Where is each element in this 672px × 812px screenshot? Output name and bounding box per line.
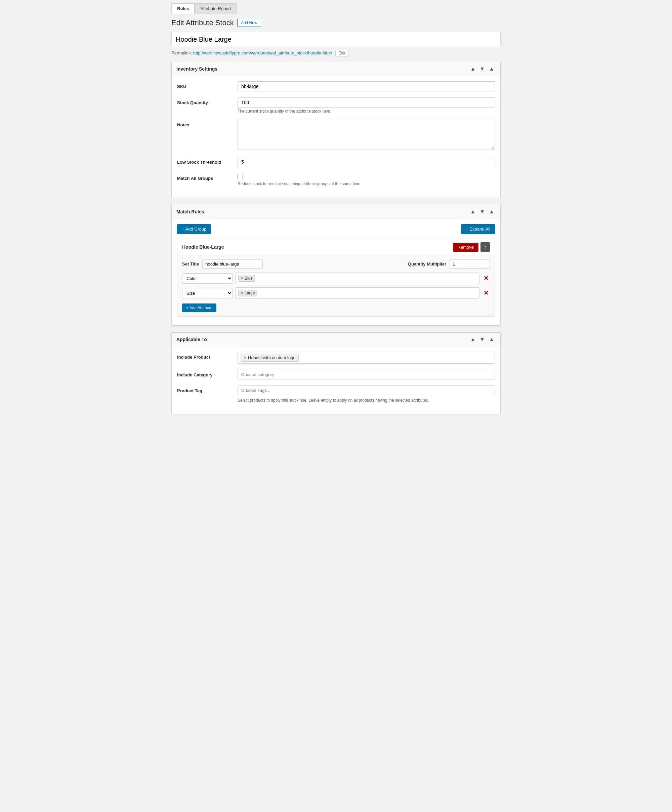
tabs-bar: Rules Attribute Report	[171, 3, 501, 14]
group-header-actions: Remove ↑	[453, 242, 490, 252]
permalink-link[interactable]: http://woo.new.addifypro.com/wordpress/a…	[193, 50, 332, 55]
match-rules-panel-up-btn[interactable]: ▲	[469, 208, 477, 215]
applicable-to-panel-up-btn[interactable]: ▲	[469, 336, 477, 343]
inventory-panel-up-btn[interactable]: ▲	[469, 65, 477, 72]
tab-attribute-report[interactable]: Attribute Report	[194, 3, 237, 14]
stock-quantity-field: The current stock quantity of the attrib…	[237, 97, 495, 114]
stock-quantity-input[interactable]	[237, 97, 495, 107]
remove-hoodie-icon[interactable]: ✕	[244, 356, 247, 360]
tag-chip-blue: ✕ Blue	[238, 275, 255, 281]
applicable-to-header: Applicable To ▲ ▼ ▲	[172, 333, 500, 346]
low-stock-threshold-row: Low Stock Threshold	[177, 157, 495, 167]
attribute-row-color: Color ✕ Blue ✕	[182, 273, 490, 284]
match-rules-panel-controls: ▲ ▼ ▲	[469, 208, 496, 215]
stock-quantity-label: Stock Quantity	[177, 97, 231, 105]
sku-row: SKU	[177, 81, 495, 91]
attribute-row-size: Size ✕ Large ✕	[182, 287, 490, 299]
low-stock-threshold-field	[237, 157, 495, 167]
product-tag-field: Select products to apply this stock rule…	[237, 386, 495, 403]
include-category-field	[237, 370, 495, 379]
match-all-groups-checkbox[interactable]	[237, 174, 243, 179]
notes-field	[237, 119, 495, 151]
product-tag-input[interactable]	[237, 386, 495, 395]
remove-size-attr-button[interactable]: ✕	[482, 290, 490, 296]
include-product-row: Include Product ✕ Hoodie with custom log…	[177, 352, 495, 363]
tag-chip-large: ✕ Large	[238, 290, 258, 297]
applicable-hint: Select products to apply this stock rule…	[237, 398, 495, 403]
inventory-settings-body: SKU Stock Quantity The current stock qua…	[172, 76, 500, 198]
tab-rules[interactable]: Rules	[171, 3, 194, 14]
match-all-groups-row: Match All Groups Reduce stock for multip…	[177, 173, 495, 186]
low-stock-threshold-input[interactable]	[237, 157, 495, 167]
include-category-input[interactable]	[237, 370, 495, 379]
include-product-values[interactable]: ✕ Hoodie with custom logo	[237, 352, 495, 363]
permalink: Permalink: http://woo.new.addifypro.com/…	[171, 50, 501, 56]
include-product-field: ✕ Hoodie with custom logo	[237, 352, 495, 363]
inventory-settings-panel: Inventory Settings ▲ ▼ ▲ SKU Stock Quant…	[171, 62, 501, 198]
low-stock-threshold-label: Low Stock Threshold	[177, 157, 231, 165]
product-chip-hoodie: ✕ Hoodie with custom logo	[240, 354, 299, 362]
stock-quantity-row: Stock Quantity The current stock quantit…	[177, 97, 495, 114]
attribute-values-color[interactable]: ✕ Blue	[235, 273, 479, 284]
sku-input[interactable]	[237, 81, 495, 91]
applicable-to-panel-controls: ▲ ▼ ▲	[469, 336, 496, 343]
attribute-select-size[interactable]: Size	[182, 288, 232, 299]
include-category-row: Include Category	[177, 370, 495, 379]
group-body: Set Title Quantity Multiplier Color ✕	[177, 256, 495, 316]
match-rules-panel-collapse-btn[interactable]: ▲	[488, 208, 496, 215]
applicable-to-body: Include Product ✕ Hoodie with custom log…	[172, 346, 500, 414]
remove-group-button[interactable]: Remove	[453, 243, 478, 252]
inventory-settings-title: Inventory Settings	[176, 66, 217, 72]
product-tag-label: Product Tag	[177, 386, 231, 393]
add-attribute-button[interactable]: + Add Attribute	[182, 304, 217, 312]
attribute-select-color[interactable]: Color	[182, 273, 232, 284]
sku-label: SKU	[177, 81, 231, 89]
product-tag-row: Product Tag Select products to apply thi…	[177, 386, 495, 403]
include-product-label: Include Product	[177, 352, 231, 360]
group-header: Hoodie Blue-Large Remove ↑	[177, 239, 495, 256]
page-header: Edit Attribute Stock Add New	[171, 19, 501, 27]
permalink-edit-button[interactable]: Edit	[335, 50, 348, 56]
attribute-values-size[interactable]: ✕ Large	[235, 287, 479, 299]
match-all-groups-hint: Reduce stock for multiple matching attri…	[237, 181, 495, 186]
applicable-to-panel-collapse-btn[interactable]: ▲	[488, 336, 496, 343]
match-rules-panel: Match Rules ▲ ▼ ▲ + Add Group + Expand A…	[171, 205, 501, 326]
add-new-button[interactable]: Add New	[237, 19, 261, 27]
move-up-button[interactable]: ↑	[481, 242, 490, 252]
set-title-row: Set Title Quantity Multiplier	[182, 259, 490, 268]
match-rules-header: Match Rules ▲ ▼ ▲	[172, 205, 500, 219]
applicable-to-panel: Applicable To ▲ ▼ ▲ Include Product ✕ Ho…	[171, 333, 501, 415]
match-all-groups-label: Match All Groups	[177, 173, 231, 181]
notes-row: Notes	[177, 119, 495, 151]
group-block: Hoodie Blue-Large Remove ↑ Set Title Qua…	[177, 239, 495, 317]
inventory-settings-header: Inventory Settings ▲ ▼ ▲	[172, 62, 500, 76]
qty-multiplier-label: Quantity Multiplier	[408, 261, 446, 266]
remove-color-attr-button[interactable]: ✕	[482, 275, 490, 281]
include-category-label: Include Category	[177, 370, 231, 377]
expand-all-button[interactable]: + Expand All	[461, 224, 495, 234]
qty-multiplier-input[interactable]	[450, 259, 490, 268]
group-title: Hoodie Blue-Large	[182, 244, 224, 250]
set-title-label: Set Title	[182, 261, 199, 266]
inventory-panel-down-btn[interactable]: ▼	[478, 65, 486, 72]
match-rules-body: + Add Group + Expand All Hoodie Blue-Lar…	[172, 219, 500, 325]
add-group-button[interactable]: + Add Group	[177, 224, 211, 234]
inventory-panel-collapse-btn[interactable]: ▲	[488, 65, 496, 72]
stock-quantity-hint: The current stock quantity of the attrib…	[237, 109, 495, 114]
title-input[interactable]	[171, 32, 501, 47]
page-title: Edit Attribute Stock	[171, 19, 234, 27]
notes-label: Notes	[177, 119, 231, 127]
match-all-groups-field: Reduce stock for multiple matching attri…	[237, 173, 495, 186]
match-rules-toolbar: + Add Group + Expand All	[177, 224, 495, 234]
remove-large-icon[interactable]: ✕	[240, 291, 244, 295]
sku-field	[237, 81, 495, 91]
remove-blue-icon[interactable]: ✕	[240, 276, 244, 281]
applicable-to-panel-down-btn[interactable]: ▼	[478, 336, 486, 343]
set-title-input[interactable]	[202, 259, 263, 268]
notes-textarea[interactable]	[237, 119, 495, 150]
applicable-to-title: Applicable To	[176, 337, 207, 342]
match-rules-panel-down-btn[interactable]: ▼	[478, 208, 486, 215]
match-rules-title: Match Rules	[176, 209, 204, 215]
panel-controls: ▲ ▼ ▲	[469, 65, 496, 72]
